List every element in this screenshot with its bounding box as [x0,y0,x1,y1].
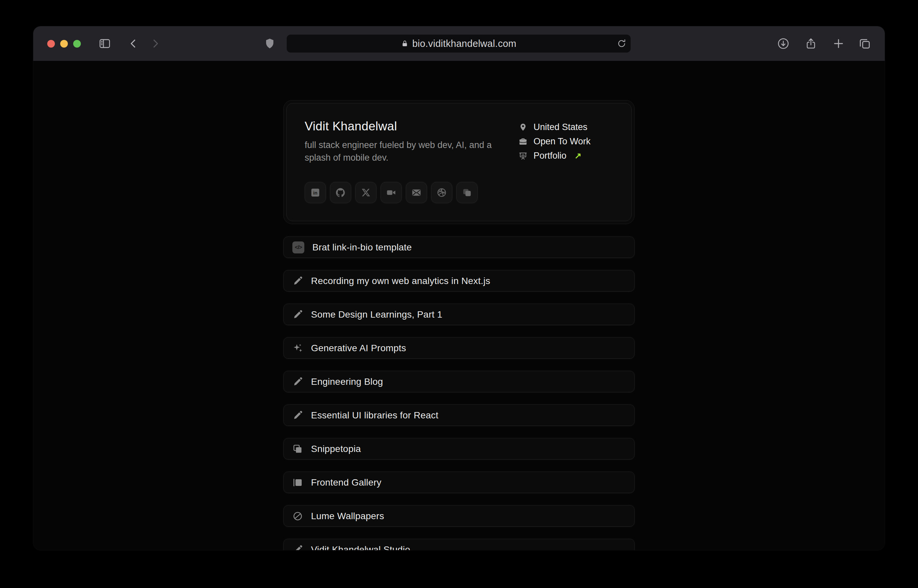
github-icon [336,187,346,197]
profile-meta-united-states: United States [519,122,591,132]
close-button[interactable] [47,40,55,48]
refresh-icon[interactable] [617,39,627,48]
browser-window: bio.viditkhandelwal.com [33,26,885,550]
meta-label: United States [533,122,587,132]
profile-meta-portfolio[interactable]: Portfolio↗ [519,151,591,161]
presentation-icon [519,151,527,160]
cubes-icon [462,187,472,197]
privacy-shield-icon[interactable] [264,37,276,50]
link-row[interactable]: Generative AI Prompts [283,337,635,359]
link-row[interactable]: Some Design Learnings, Part 1 [283,304,635,325]
social-button-x[interactable] [355,182,377,203]
link-label: Some Design Learnings, Part 1 [311,309,442,320]
profile-meta: United StatesOpen To WorkPortfolio↗ [519,122,591,161]
x-icon [361,187,371,197]
link-row[interactable]: Engineering Blog [283,371,635,393]
lock-icon [401,40,409,48]
dribbble-icon [437,187,447,197]
zoom-button[interactable] [73,40,81,48]
link-row[interactable]: Vidit Khandelwal Studio [283,539,635,550]
social-button-linkedin[interactable]: in [305,182,326,203]
pen-icon [293,276,303,286]
link-label: Brat link-in-bio template [312,242,412,253]
share-icon[interactable] [805,37,817,50]
link-label: Vidit Khandelwal Studio [311,544,410,551]
link-label: Lume Wallpapers [311,511,384,522]
video-icon [386,187,396,197]
linkedin-icon: in [310,187,320,197]
url-text: bio.viditkhandelwal.com [412,38,516,49]
back-icon[interactable] [127,37,140,50]
tabs-overview-icon[interactable] [858,37,871,50]
forward-icon[interactable] [149,37,162,50]
browser-toolbar: bio.viditkhandelwal.com [33,26,885,61]
location-pin-icon [519,123,527,132]
social-links: in [305,182,613,203]
profile-bio: full stack engineer fueled by web dev, A… [305,139,501,164]
link-row[interactable]: Lume Wallpapers [283,505,635,527]
new-tab-icon[interactable] [832,37,845,50]
link-row[interactable]: Frontend Gallery [283,472,635,493]
link-row[interactable]: Recording my own web analytics in Next.j… [283,270,635,292]
page-content: Vidit Khandelwal full stack engineer fue… [33,61,885,550]
profile-card: Vidit Khandelwal full stack engineer fue… [283,100,635,224]
traffic-lights [47,40,81,48]
meta-label: Portfolio [533,151,566,161]
link-row[interactable]: Essential UI libraries for React [283,404,635,426]
profile-meta-open-to-work: Open To Work [519,136,591,146]
pen-icon [293,544,303,551]
link-row[interactable]: </>Brat link-in-bio template [283,236,635,258]
link-label: Frontend Gallery [311,477,381,488]
link-label: Snippetopia [311,444,361,454]
code-badge-icon: </> [293,241,304,254]
gallery-icon [293,477,303,488]
briefcase-icon [519,137,527,146]
link-label: Essential UI libraries for React [311,410,438,421]
social-button-video[interactable] [380,182,402,203]
social-button-email[interactable] [406,182,427,203]
social-button-cubes[interactable] [456,182,478,203]
address-bar[interactable]: bio.viditkhandelwal.com [287,35,630,53]
copy-icon [293,444,303,454]
link-row[interactable]: Snippetopia [283,438,635,460]
svg-text:in: in [313,190,318,195]
download-icon[interactable] [777,37,790,50]
sidebar-toggle-icon[interactable] [99,37,111,50]
minimize-button[interactable] [60,40,68,48]
link-label: Recording my own web analytics in Next.j… [311,276,490,286]
social-button-github[interactable] [330,182,351,203]
link-label: Engineering Blog [311,376,383,387]
desktop-background: bio.viditkhandelwal.com [0,0,918,588]
email-icon [411,187,422,197]
sparkles-icon [293,343,303,354]
external-link-arrow-icon: ↗ [574,152,582,160]
pen-icon [293,376,303,387]
link-label: Generative AI Prompts [311,343,406,354]
pen-icon [293,309,303,320]
link-list: </>Brat link-in-bio templateRecording my… [283,236,635,550]
pen-icon [293,410,303,421]
circle-slash-icon [293,511,303,522]
social-button-dribbble[interactable] [431,182,453,203]
meta-label: Open To Work [533,136,591,147]
